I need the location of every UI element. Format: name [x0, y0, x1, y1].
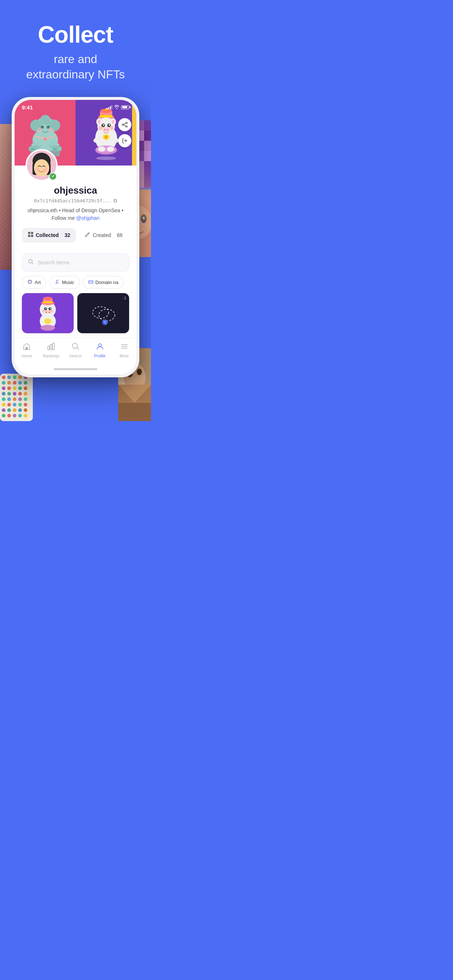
svg-rect-144	[28, 235, 30, 237]
nav-more[interactable]: More	[113, 342, 135, 358]
svg-point-131	[126, 126, 127, 127]
svg-point-47	[18, 398, 22, 401]
nav-more-label: More	[120, 354, 129, 358]
svg-point-29	[2, 381, 5, 385]
svg-point-51	[13, 403, 16, 407]
svg-point-130	[122, 124, 124, 126]
art-icon	[27, 279, 32, 285]
tab-created[interactable]: Created 68	[79, 228, 128, 242]
svg-point-129	[126, 122, 127, 124]
nav-profile-label: Profile	[94, 354, 105, 358]
svg-point-98	[50, 143, 53, 146]
domain-icon	[88, 279, 93, 285]
svg-point-49	[2, 403, 5, 407]
svg-point-119	[104, 129, 105, 130]
nav-home[interactable]: Home	[16, 342, 38, 358]
svg-point-63	[24, 414, 27, 417]
chip-music[interactable]: Music	[49, 276, 80, 289]
svg-point-175	[44, 318, 51, 324]
chip-art[interactable]: Art	[22, 276, 46, 289]
nav-rankings[interactable]: Rankings	[40, 342, 62, 358]
search-placeholder: Search items	[38, 259, 70, 266]
svg-point-111	[112, 119, 115, 124]
svg-point-39	[2, 392, 5, 396]
svg-rect-23	[0, 374, 33, 421]
hero-title: Collect	[7, 22, 144, 48]
copy-button[interactable]: ⧉	[113, 197, 117, 204]
svg-point-62	[18, 414, 22, 417]
svg-rect-145	[31, 235, 33, 237]
home-bar	[54, 368, 97, 370]
svg-point-60	[7, 414, 11, 417]
more-icon	[120, 342, 128, 352]
music-icon	[55, 279, 60, 285]
svg-point-91	[49, 127, 53, 132]
svg-point-188	[99, 344, 101, 347]
wallet-text: 0x7c1fd4d5acc15b46729c5f...	[34, 198, 111, 204]
chip-domain[interactable]: Domain na	[83, 276, 124, 289]
svg-point-117	[109, 126, 114, 130]
wallet-address: 0x7c1fd4d5acc15b46729c5f... ⧉	[22, 197, 129, 204]
svg-point-96	[35, 142, 38, 145]
svg-point-36	[13, 387, 16, 390]
svg-rect-185	[53, 343, 54, 350]
phone-frame: 9:41	[12, 97, 139, 377]
svg-rect-142	[28, 232, 30, 234]
svg-point-38	[24, 387, 27, 390]
nav-profile[interactable]: Profile	[89, 342, 111, 358]
svg-point-55	[7, 408, 11, 412]
svg-point-89	[48, 126, 49, 127]
battery-icon	[121, 105, 129, 110]
svg-point-43	[24, 392, 27, 396]
svg-point-42	[18, 392, 22, 396]
nft-card-1[interactable]	[22, 293, 74, 333]
svg-point-166	[46, 312, 47, 313]
svg-point-173	[43, 297, 53, 301]
svg-rect-74	[118, 403, 151, 421]
svg-point-50	[7, 403, 11, 407]
svg-point-85	[40, 115, 50, 125]
svg-point-114	[103, 124, 104, 126]
nft-card-2[interactable]: -1	[77, 293, 129, 333]
svg-rect-183	[48, 346, 49, 350]
nav-search-label: Search	[69, 354, 82, 358]
bottom-nav: Home Rankings	[14, 337, 136, 365]
svg-point-176	[40, 325, 55, 331]
nft-card-1-image	[22, 293, 74, 333]
svg-point-32	[18, 381, 22, 385]
nav-search[interactable]: Search	[65, 342, 86, 358]
svg-point-122	[104, 135, 108, 139]
svg-point-148	[28, 280, 32, 284]
svg-line-132	[124, 123, 126, 124]
svg-point-149	[29, 280, 30, 282]
bio-link[interactable]: @ohjphan	[76, 215, 100, 221]
exit-button[interactable]	[118, 134, 131, 147]
profile-tabs: Collected 32 Created 68	[22, 228, 129, 243]
svg-line-147	[32, 262, 33, 264]
search-bar[interactable]: Search items	[22, 253, 129, 272]
pencil-icon	[85, 232, 91, 239]
wifi-icon	[114, 105, 119, 110]
svg-point-153	[56, 283, 57, 284]
svg-point-181	[104, 321, 107, 324]
svg-point-41	[13, 392, 16, 396]
rankings-icon	[47, 342, 55, 352]
search-icon	[28, 259, 34, 266]
status-icons	[107, 105, 129, 110]
avatar-container: ✓	[26, 149, 57, 181]
svg-point-33	[24, 381, 27, 385]
nav-rankings-label: Rankings	[43, 354, 59, 358]
svg-point-95	[32, 143, 35, 146]
filter-chips: Art Music	[14, 276, 136, 289]
svg-point-59	[2, 414, 5, 417]
tab-collected[interactable]: Collected 32	[22, 228, 76, 242]
svg-point-88	[41, 126, 43, 127]
home-icon	[22, 342, 30, 352]
share-button[interactable]	[118, 118, 131, 131]
svg-point-151	[30, 282, 32, 283]
nft-card-2-image: -1	[77, 293, 129, 333]
svg-point-30	[7, 381, 11, 385]
svg-point-118	[102, 127, 110, 132]
status-bar: 9:41	[14, 100, 136, 112]
phone-mockup: 9:41	[0, 97, 151, 377]
